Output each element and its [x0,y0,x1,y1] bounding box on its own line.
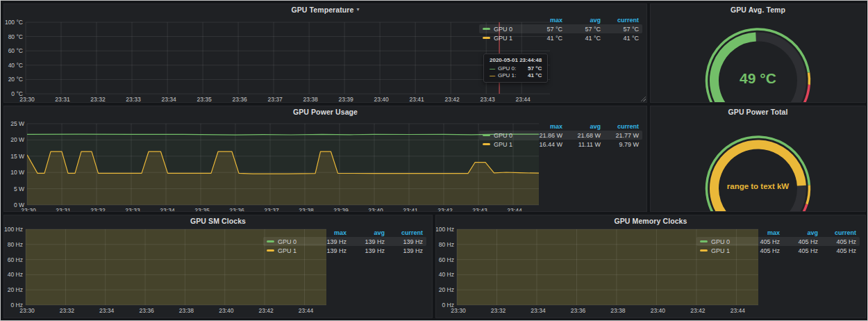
panel-header[interactable]: GPU Memory Clocks [436,215,865,226]
legend-column-header[interactable]: avg [562,123,601,130]
time-series-chart[interactable]: 0 °C20 °C40 °C60 °C80 °C100 °C23:3023:31… [4,15,554,103]
legend-column-header[interactable]: max [308,229,347,236]
legend-series-name[interactable]: GPU 1 [711,247,730,254]
legend-header-row: maxavgcurrent [479,15,642,24]
svg-text:23:38: 23:38 [179,307,194,314]
svg-text:23:42: 23:42 [258,307,274,314]
legend-column-header[interactable]: max [524,123,562,130]
legend-series-name[interactable]: GPU 0 [278,238,297,245]
legend-series-row[interactable]: GPU 0405 Hz405 Hz405 Hz [696,237,860,246]
svg-text:23:36: 23:36 [232,96,247,103]
chart-legend: maxavgcurrentGPU 0139 Hz139 Hz139 HzGPU … [263,228,426,255]
legend-series-value: 405 Hz [780,238,818,245]
svg-text:23:30: 23:30 [19,307,35,314]
gauge-value: range to text kW [651,182,865,190]
panel-header[interactable]: GPU Temperature ▾ [4,4,646,15]
svg-text:23:40: 23:40 [374,96,389,103]
gauge-chart [651,123,865,212]
svg-text:40 °C: 40 °C [8,62,23,69]
svg-text:23:38: 23:38 [303,96,318,103]
svg-text:23:42: 23:42 [690,307,706,314]
legend-series-row[interactable]: GPU 0139 Hz139 Hz139 Hz [263,237,426,246]
svg-text:23:39: 23:39 [338,96,353,103]
legend-series-value: 41 °C [524,35,562,42]
svg-text:40 Hz: 40 Hz [439,271,454,278]
svg-text:15 W: 15 W [10,153,24,160]
panel-title: GPU Power Usage [293,108,358,116]
svg-text:23:32: 23:32 [60,307,75,314]
legend-column-header[interactable]: current [601,17,639,24]
legend-column-header[interactable]: max [742,229,780,236]
legend-column-header[interactable]: current [601,123,639,130]
svg-text:23:32: 23:32 [90,207,106,212]
tooltip-series-name: GPU 1: [498,72,516,79]
legend-series-name[interactable]: GPU 0 [711,238,730,245]
svg-text:23:41: 23:41 [409,96,424,103]
legend-series-value: 139 Hz [308,247,347,254]
svg-text:23:36: 23:36 [139,307,154,314]
svg-text:20 °C: 20 °C [8,76,23,83]
svg-text:80 Hz: 80 Hz [439,241,454,248]
legend-column-header[interactable]: avg [562,17,601,24]
legend-series-name[interactable]: GPU 1 [494,141,512,148]
svg-text:23:42: 23:42 [437,207,453,212]
legend-series-name[interactable]: GPU 1 [494,35,512,42]
legend-series-value: 21.77 W [601,132,639,139]
svg-text:23:44: 23:44 [516,96,531,103]
panel-resize-handle[interactable] [640,96,646,101]
svg-text:23:32: 23:32 [491,307,506,314]
legend-series-row[interactable]: GPU 116.44 W11.11 W9.79 W [479,140,642,149]
legend-column-header[interactable]: max [524,17,562,24]
svg-text:23:39: 23:39 [333,207,349,212]
gauge-value: 49 °C [651,70,865,87]
svg-text:23:44: 23:44 [731,307,746,314]
svg-text:23:31: 23:31 [56,207,71,212]
series-color-swatch [267,249,274,252]
legend-column-header[interactable]: avg [780,229,818,236]
svg-text:23:34: 23:34 [99,307,115,314]
legend-column-header[interactable]: current [818,229,856,236]
legend-series-name[interactable]: GPU 0 [494,132,512,139]
legend-column-header[interactable]: avg [347,229,385,236]
series-color-swatch [483,28,490,30]
panel-header[interactable]: GPU SM Clocks [4,215,432,226]
legend-series-row[interactable]: GPU 1405 Hz405 Hz405 Hz [696,246,860,255]
legend-series-name[interactable]: GPU 0 [494,26,512,33]
panel-gpu-temperature: GPU Temperature ▾ 0 °C20 °C40 °C60 °C80 … [3,3,647,103]
svg-text:23:32: 23:32 [90,96,106,103]
panel-header[interactable]: GPU Power Usage [4,106,646,117]
legend-series-value: 57 °C [562,26,601,33]
svg-text:23:36: 23:36 [229,207,244,212]
legend-series-row[interactable]: GPU 021.86 W21.68 W21.77 W [479,131,642,140]
svg-text:80 Hz: 80 Hz [8,241,23,248]
svg-text:23:30: 23:30 [451,307,466,314]
panel-header[interactable]: GPU Avg. Temp [651,4,865,15]
legend-series-row[interactable]: GPU 141 °C41 °C41 °C [479,33,642,42]
svg-text:23:31: 23:31 [55,96,70,103]
svg-text:20 Hz: 20 Hz [439,286,454,293]
svg-text:23:30: 23:30 [21,207,36,212]
series-color-swatch [700,240,708,242]
panel-title: GPU Power Total [728,108,788,116]
legend-series-name[interactable]: GPU 1 [278,247,297,254]
legend-series-value: 11.11 W [562,141,601,148]
panel-gpu-avg-temp: GPU Avg. Temp 49 °C [650,3,866,103]
chart-tooltip: 2020-05-01 23:44:48 — GPU 0: 57 °C — GPU… [483,54,548,83]
legend-column-header[interactable]: current [385,229,423,236]
svg-text:23:42: 23:42 [445,96,460,103]
svg-text:23:30: 23:30 [19,96,35,103]
legend-series-value: 139 Hz [385,238,423,245]
panel-header[interactable]: GPU Power Total [651,106,865,117]
gauge-chart [651,15,865,103]
legend-series-row[interactable]: GPU 057 °C57 °C57 °C [479,24,642,33]
chevron-down-icon[interactable]: ▾ [356,7,359,13]
tooltip-series-value: 57 °C [521,65,542,72]
svg-text:23:41: 23:41 [403,207,418,212]
svg-text:23:44: 23:44 [299,307,314,314]
legend-series-row[interactable]: GPU 1139 Hz139 Hz139 Hz [263,246,426,255]
svg-text:23:38: 23:38 [299,207,314,212]
time-series-chart[interactable]: 0 W5 W10 W15 W20 W25 W23:3023:3123:3223:… [4,117,543,212]
legend-series-value: 41 °C [601,35,639,42]
legend-series-value: 405 Hz [818,238,856,245]
legend-series-value: 21.68 W [562,132,601,139]
